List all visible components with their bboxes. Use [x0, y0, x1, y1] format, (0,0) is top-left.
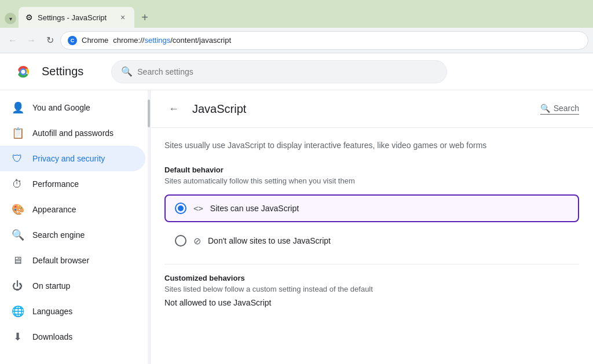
sidebar: 👤 You and Google 📋 Autofill and password… [0, 90, 151, 364]
languages-icon: 🌐 [12, 305, 23, 318]
address-bar-row: ← → ↻ C Chrome chrome://settings/content… [0, 28, 593, 53]
privacy-icon: 🛡 [12, 153, 23, 165]
content-search-btn[interactable]: 🔍 Search [540, 104, 579, 115]
sidebar-scrollbar-thumb [148, 100, 150, 127]
not-allowed-label: Not allowed to use JavaScript [164, 298, 579, 307]
performance-icon: ⏱ [12, 178, 23, 190]
you-and-google-icon: 👤 [12, 101, 23, 114]
tab-close-btn[interactable]: × [118, 13, 127, 22]
content-back-btn[interactable]: ← [164, 100, 183, 118]
main-area: 👤 You and Google 📋 Autofill and password… [0, 90, 593, 364]
autofill-label: Autofill and passwords [32, 128, 114, 138]
chrome-favicon: C [68, 36, 77, 45]
js-description: Sites usually use JavaScript to display … [164, 139, 579, 152]
downloads-icon: ⬇ [12, 330, 23, 343]
search-engine-icon: 🔍 [12, 229, 23, 241]
url-highlight: settings [144, 36, 170, 45]
settings-title: Settings [42, 65, 83, 78]
divider [164, 264, 579, 264]
settings-header: Settings 🔍 [0, 53, 593, 90]
default-behavior-subtitle: Sites automatically follow this setting … [164, 177, 579, 185]
downloads-label: Downloads [32, 332, 72, 341]
active-tab[interactable]: ⚙ Settings - JavaScript × [19, 7, 134, 28]
autofill-icon: 📋 [12, 127, 23, 139]
content-title: JavaScript [192, 102, 531, 116]
default-browser-icon: 🖥 [12, 255, 23, 267]
allow-js-icon: <> [193, 204, 203, 213]
forward-nav-btn[interactable]: → [23, 32, 39, 49]
allow-radio-dot [178, 205, 184, 211]
sidebar-item-on-startup[interactable]: ⏻ On startup [0, 273, 145, 299]
address-url: chrome://settings/content/javascript [113, 36, 231, 45]
on-startup-icon: ⏻ [12, 280, 23, 292]
sidebar-item-languages[interactable]: 🌐 Languages [0, 299, 145, 324]
address-bar[interactable]: C Chrome chrome://settings/content/javas… [60, 31, 588, 50]
default-behavior-section: Default behavior Sites automatically fol… [164, 166, 579, 255]
sidebar-item-autofill[interactable]: 📋 Autofill and passwords [0, 120, 145, 146]
address-chrome-label: Chrome [82, 36, 108, 45]
deny-radio-circle [175, 235, 186, 247]
new-tab-btn[interactable]: + [137, 9, 153, 25]
privacy-label: Privacy and security [32, 154, 105, 163]
sidebar-item-default-browser[interactable]: 🖥 Default browser [0, 248, 145, 273]
content-body: Sites usually use JavaScript to display … [151, 128, 593, 319]
settings-search-bar[interactable]: 🔍 [111, 60, 447, 83]
deny-js-option[interactable]: ⊘ Don't allow sites to use JavaScript [164, 227, 579, 255]
url-suffix: /content/javascript [170, 36, 231, 45]
settings-app: Settings 🔍 👤 You and Google 📋 Autofill a… [0, 53, 593, 364]
you-and-google-label: You and Google [32, 103, 90, 112]
back-nav-btn[interactable]: ← [5, 32, 21, 49]
chrome-logo [14, 62, 32, 81]
default-behavior-heading: Default behavior [164, 166, 579, 174]
svg-point-3 [21, 69, 25, 73]
content-header: ← JavaScript 🔍 Search [151, 90, 593, 128]
settings-search-input[interactable] [137, 67, 437, 76]
sidebar-item-search-engine[interactable]: 🔍 Search engine [0, 222, 145, 248]
search-icon: 🔍 [121, 66, 133, 77]
appearance-icon: 🎨 [12, 203, 23, 216]
customized-behaviors-subtitle: Sites listed below follow a custom setti… [164, 285, 579, 293]
tab-dropdown-btn[interactable]: ▾ [5, 13, 16, 24]
deny-js-icon: ⊘ [193, 236, 201, 247]
deny-js-label: Don't allow sites to use JavaScript [208, 236, 331, 245]
sidebar-item-appearance[interactable]: 🎨 Appearance [0, 197, 145, 222]
default-browser-label: Default browser [32, 256, 89, 265]
content-search-label: Search [554, 104, 579, 113]
content-area: ← JavaScript 🔍 Search Sites usually use … [151, 90, 593, 364]
url-prefix: chrome:// [113, 36, 144, 45]
customized-behaviors-heading: Customized behaviors [164, 274, 579, 282]
tab-title: Settings - JavaScript [38, 13, 114, 22]
search-engine-label: Search engine [32, 230, 85, 240]
sidebar-scrollbar [148, 90, 150, 364]
languages-label: Languages [32, 307, 72, 316]
sidebar-item-privacy[interactable]: 🛡 Privacy and security [0, 146, 145, 171]
customized-behaviors-section: Customized behaviors Sites listed below … [164, 274, 579, 307]
allow-js-label: Sites can use JavaScript [210, 204, 299, 213]
on-startup-label: On startup [32, 281, 70, 291]
tab-favicon: ⚙ [25, 13, 33, 22]
appearance-label: Appearance [32, 205, 76, 214]
performance-label: Performance [32, 179, 79, 189]
sidebar-item-you-and-google[interactable]: 👤 You and Google [0, 95, 145, 120]
content-search-icon: 🔍 [540, 104, 550, 113]
reload-btn[interactable]: ↻ [42, 32, 58, 49]
allow-js-option[interactable]: <> Sites can use JavaScript [164, 194, 579, 222]
browser-chrome: ▾ ⚙ Settings - JavaScript × + [0, 0, 593, 28]
sidebar-item-performance[interactable]: ⏱ Performance [0, 171, 145, 197]
allow-radio-circle [175, 203, 186, 214]
sidebar-item-downloads[interactable]: ⬇ Downloads [0, 324, 145, 350]
